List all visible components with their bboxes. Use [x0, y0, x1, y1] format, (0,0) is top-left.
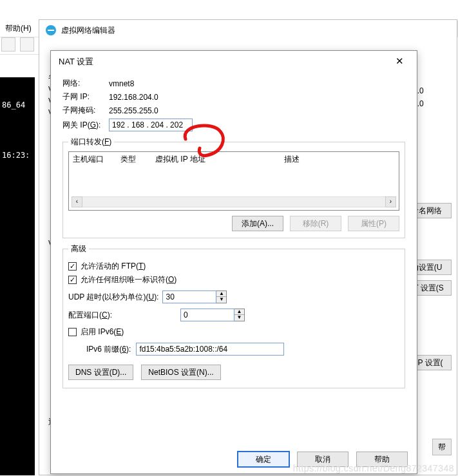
port-forwarding-group: 端口转发(F) 主机端口 类型 虚拟机 IP 地址 描述 ‹ › 添加(A)..… [62, 137, 405, 238]
port-forwarding-table[interactable]: 主机端口 类型 虚拟机 IP 地址 描述 ‹ › [68, 151, 399, 211]
netbios-settings-button[interactable]: NetBIOS 设置(N)... [141, 365, 220, 380]
port-forwarding-legend: 端口转发(F) [68, 137, 114, 148]
subnet-mask-label: 子网掩码: [62, 105, 109, 116]
spin-down-icon[interactable]: ▼ [234, 315, 244, 321]
enable-ipv6-checkbox[interactable] [68, 328, 77, 336]
gateway-ip-input[interactable] [109, 119, 193, 131]
vne-app-icon [46, 25, 56, 35]
subnet-ip-value: 192.168.204.0 [109, 93, 158, 102]
vne-title-text: 虚拟网络编辑器 [61, 25, 115, 36]
col-host-port[interactable]: 主机端口 [73, 154, 120, 165]
nat-titlebar[interactable]: NAT 设置 ✕ [51, 51, 417, 73]
allow-oui-label: 允许任何组织唯一标识符(O) [81, 274, 177, 285]
col-description[interactable]: 描述 [284, 154, 399, 165]
col-type[interactable]: 类型 [120, 154, 155, 165]
allow-active-ftp-label: 允许活动的 FTP(T) [81, 261, 146, 272]
spin-down-icon[interactable]: ▼ [216, 297, 226, 303]
remove-button: 移除(R) [290, 216, 341, 231]
col-vm-ip[interactable]: 虚拟机 IP 地址 [155, 154, 284, 165]
vne-help-button[interactable]: 帮 [432, 439, 452, 455]
ipv6-prefix-label: IPv6 前缀(6): [86, 344, 131, 355]
scroll-track[interactable] [82, 196, 385, 207]
config-port-input[interactable] [180, 309, 234, 321]
toolbar-btn[interactable] [1, 37, 15, 52]
advanced-legend: 高级 [68, 243, 89, 254]
ok-button[interactable]: 确定 [238, 452, 289, 467]
add-button[interactable]: 添加(A)... [232, 216, 283, 231]
config-port-label: 配置端口(C): [68, 310, 177, 321]
scroll-left-icon[interactable]: ‹ [72, 196, 82, 207]
nat-settings-dialog: NAT 设置 ✕ 网络: vmnet8 子网 IP: 192.168.204.0… [50, 50, 417, 474]
subnet-ip-label: 子网 IP: [62, 91, 109, 102]
toolbar-btn[interactable] [20, 37, 34, 52]
properties-button: 属性(P) [348, 216, 399, 231]
gateway-label: 网关 IP(G): [62, 120, 109, 131]
udp-timeout-input[interactable] [162, 290, 216, 303]
nat-title-text: NAT 设置 [59, 56, 93, 68]
advanced-group: 高级 允许活动的 FTP(T) 允许任何组织唯一标识符(O) UDP 超时(以秒… [62, 243, 405, 388]
udp-timeout-label: UDP 超时(以秒为单位)(U): [68, 292, 158, 303]
terminal-line: 86_64 [0, 99, 35, 111]
subnet-mask-value: 255.255.255.0 [109, 106, 158, 115]
terminal-fragment: 86_64 16:23: [0, 77, 35, 475]
enable-ipv6-label: 启用 IPv6(E) [81, 327, 124, 338]
network-label: 网络: [62, 78, 109, 89]
allow-active-ftp-checkbox[interactable] [68, 262, 77, 271]
scroll-right-icon[interactable]: › [385, 196, 396, 207]
vne-titlebar[interactable]: 虚拟网络编辑器 [39, 20, 457, 41]
allow-oui-checkbox[interactable] [68, 276, 77, 284]
table-header: 主机端口 类型 虚拟机 IP 地址 描述 [69, 152, 399, 166]
ipv6-prefix-input[interactable] [136, 343, 284, 356]
network-value: vmnet8 [109, 79, 134, 88]
close-button[interactable]: ✕ [390, 54, 409, 70]
horizontal-scrollbar[interactable]: ‹ › [72, 196, 396, 207]
dns-settings-button[interactable]: DNS 设置(D)... [68, 365, 133, 380]
watermark: https://blog.csdn.net/Deng872347348 [293, 463, 454, 473]
toolbar-fragment [0, 35, 39, 55]
terminal-line: 16:23: [0, 149, 35, 161]
